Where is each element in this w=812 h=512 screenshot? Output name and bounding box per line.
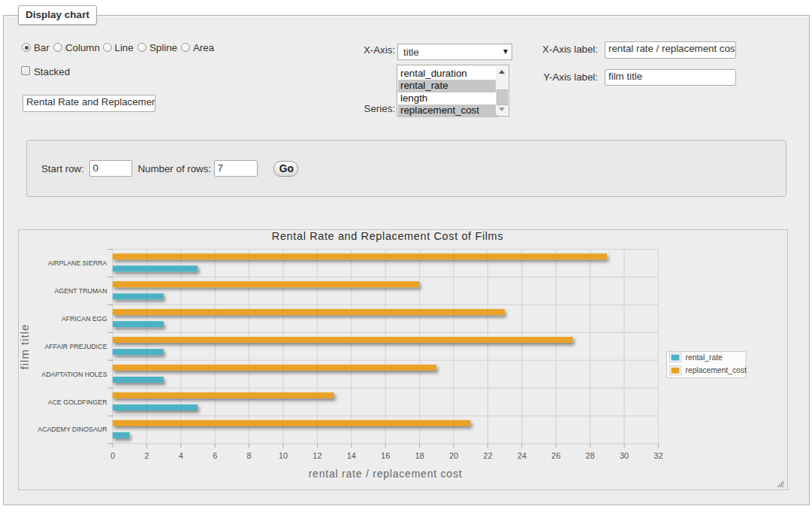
svg-text:ADAPTATION HOLES: ADAPTATION HOLES	[41, 371, 107, 378]
svg-text:18: 18	[415, 451, 424, 460]
svg-text:28: 28	[585, 451, 594, 460]
svg-text:14: 14	[347, 451, 356, 460]
svg-text:rental rate / replacement cost: rental rate / replacement cost	[309, 468, 463, 480]
svg-text:26: 26	[551, 451, 560, 460]
svg-text:0: 0	[110, 451, 115, 460]
svg-text:2: 2	[144, 451, 149, 460]
svg-text:Rental Rate and Replacement Co: Rental Rate and Replacement Cost of Film…	[272, 230, 503, 242]
svg-text:16: 16	[381, 451, 390, 460]
svg-text:22: 22	[483, 451, 492, 460]
svg-text:rental_rate: rental_rate	[686, 353, 723, 362]
svg-text:32: 32	[654, 451, 663, 460]
svg-text:20: 20	[449, 451, 458, 460]
svg-text:AIRPLANE SIERRA: AIRPLANE SIERRA	[48, 259, 107, 267]
svg-text:6: 6	[213, 451, 217, 460]
svg-text:4: 4	[179, 451, 183, 460]
svg-text:ACADEMY DINOSAUR: ACADEMY DINOSAUR	[38, 426, 107, 433]
svg-text:replacement_cost: replacement_cost	[686, 366, 747, 374]
svg-text:AFRICAN EGG: AFRICAN EGG	[62, 315, 107, 323]
svg-text:film title: film title	[19, 324, 31, 370]
svg-text:8: 8	[247, 451, 252, 460]
svg-text:AGENT TRUMAN: AGENT TRUMAN	[54, 287, 107, 295]
svg-text:AFFAIR PREJUDICE: AFFAIR PREJUDICE	[44, 343, 107, 350]
svg-text:10: 10	[279, 451, 288, 460]
svg-text:30: 30	[620, 451, 629, 460]
svg-text:24: 24	[518, 451, 527, 460]
svg-text:ACE GOLDFINGER: ACE GOLDFINGER	[48, 398, 107, 406]
svg-text:12: 12	[312, 451, 321, 460]
